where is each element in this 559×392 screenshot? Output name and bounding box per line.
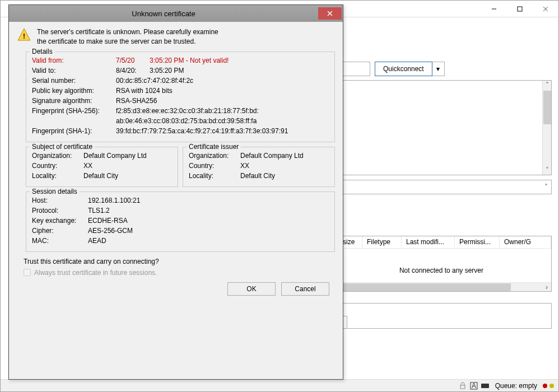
host-value: 192.168.1.100:21	[88, 197, 140, 204]
scroll-right-icon[interactable]: ›	[542, 283, 551, 292]
subject-locality-label: Locality:	[32, 172, 83, 180]
cipher-value: AES-256-GCM	[88, 227, 133, 235]
subject-legend: Subject of certificate	[30, 143, 95, 151]
remote-list-header: ilesize Filetype Last modifi... Permissi…	[332, 236, 551, 249]
always-trust-row[interactable]: Always trust certificate in future sessi…	[24, 269, 335, 277]
fp256-value-b: ab:0e:46:e3:cc:08:03:d2:75:ba:bd:cd:39:5…	[116, 117, 257, 125]
svg-rect-7	[481, 384, 489, 388]
protocol-label: Protocol:	[32, 207, 88, 214]
issuer-locality: Default City	[240, 172, 275, 180]
status-bar: A Queue: empty	[1, 379, 558, 391]
dialog-close-button[interactable]	[318, 7, 342, 20]
valid-to-time: 3:05:20 PM	[150, 67, 184, 74]
dialog-title: Unknown certificate	[9, 10, 318, 18]
quickconnect-button[interactable]: Quickconnect	[375, 62, 432, 76]
svg-text:!: !	[23, 32, 25, 40]
col-lastmod[interactable]: Last modifi...	[402, 236, 455, 248]
kex-label: Key exchange:	[32, 217, 88, 225]
always-trust-label: Always trust certificate in future sessi…	[34, 269, 157, 277]
mac-label: MAC:	[32, 237, 88, 245]
session-group: Session details Host:192.168.1.100:21 Pr…	[26, 192, 335, 252]
svg-rect-4	[460, 385, 465, 389]
scroll-thumb[interactable]	[543, 91, 551, 124]
fp256-label: Fingerprint (SHA-256):	[32, 107, 116, 115]
valid-from-time: 3:05:20 PM - Not yet valid!	[150, 57, 229, 64]
details-legend: Details	[30, 48, 55, 55]
remote-site-combo[interactable]: ˅	[331, 180, 552, 194]
message-log-panel[interactable]: ˄ ˅	[331, 80, 552, 175]
mac-value: AEAD	[88, 237, 106, 245]
valid-from-date: 7/5/20	[116, 57, 150, 64]
scroll-thumb-h[interactable]	[332, 283, 511, 291]
status-dot-red	[543, 384, 547, 388]
sigalg-value: RSA-SHA256	[116, 97, 157, 105]
not-connected-message: Not connected to any server	[332, 249, 551, 274]
subject-locality: Default City	[83, 172, 118, 180]
serial-value: 00:dc:85:c7:47:02:8f:4f:2c	[116, 77, 193, 85]
issuer-legend: Certificate issuer	[187, 143, 241, 151]
valid-from-label: Valid from:	[32, 57, 116, 64]
issuer-locality-label: Locality:	[189, 172, 240, 180]
issuer-country: XX	[240, 162, 249, 170]
subject-org-label: Organization:	[32, 152, 83, 160]
quickconnect-dropdown[interactable]: ▾	[432, 62, 445, 76]
fp1-label: Fingerprint (SHA-1):	[32, 127, 116, 135]
ok-button[interactable]: OK	[227, 282, 276, 296]
subject-org: Default Company Ltd	[83, 152, 147, 160]
valid-to-label: Valid to:	[32, 67, 116, 74]
warning-icon: !	[17, 27, 31, 42]
fp256-value-a: f2:85:d3:e8:ee:ec:32:0c:c0:3f:ab:21:18:7…	[116, 107, 259, 115]
remote-file-list[interactable]: ilesize Filetype Last modifi... Permissi…	[331, 236, 552, 292]
maximize-button[interactable]	[507, 1, 533, 17]
subject-country: XX	[83, 162, 92, 170]
pubkey-label: Public key algorithm:	[32, 87, 116, 95]
sigalg-label: Signature algorithm:	[32, 97, 116, 105]
serial-label: Serial number:	[32, 77, 116, 85]
keyboard-icon[interactable]	[481, 381, 490, 390]
scroll-down-icon[interactable]: ˅	[543, 166, 552, 175]
lock-icon[interactable]	[458, 381, 467, 390]
subject-country-label: Country:	[32, 162, 83, 170]
kex-value: ECDHE-RSA	[88, 217, 128, 225]
session-legend: Session details	[30, 188, 80, 195]
cancel-button[interactable]: Cancel	[281, 282, 329, 296]
host-label: Host:	[32, 197, 88, 204]
queue-panel: s	[331, 303, 552, 329]
scroll-up-icon[interactable]: ˄	[543, 81, 552, 90]
pubkey-value: RSA with 1024 bits	[116, 87, 173, 95]
always-trust-checkbox[interactable]	[24, 269, 31, 276]
issuer-org-label: Organization:	[189, 152, 240, 160]
status-dot-yellow	[549, 384, 554, 388]
col-permissions[interactable]: Permissi...	[455, 236, 500, 248]
col-owner[interactable]: Owner/G	[500, 236, 551, 248]
fp1-value: 39:fd:bc:f7:79:72:5a:ca:4c:f9:27:c4:19:f…	[116, 127, 288, 135]
details-group: Details Valid from: 7/5/20 3:05:20 PM - …	[26, 52, 335, 142]
protocol-value: TLS1.2	[88, 207, 110, 214]
dialog-warning-text: The server's certificate is unknown. Ple…	[37, 27, 218, 47]
chevron-down-icon[interactable]: ˅	[541, 183, 551, 191]
svg-text:A: A	[472, 382, 476, 390]
col-filetype[interactable]: Filetype	[362, 236, 402, 248]
minimize-button[interactable]	[481, 1, 507, 17]
queue-status: Queue: empty	[495, 382, 537, 390]
unknown-certificate-dialog: Unknown certificate ! The server's certi…	[8, 4, 343, 380]
dialog-titlebar: Unknown certificate	[9, 5, 343, 22]
main-close-button[interactable]	[533, 1, 558, 17]
subject-group: Subject of certificate Organization:Defa…	[26, 147, 178, 187]
scrollbar-horizontal[interactable]: ›	[332, 282, 551, 291]
valid-to-date: 8/4/20:	[116, 67, 150, 74]
filter-icon[interactable]: A	[469, 381, 478, 390]
cipher-label: Cipher:	[32, 227, 88, 235]
issuer-org: Default Company Ltd	[240, 152, 304, 160]
trust-prompt: Trust this certificate and carry on conn…	[24, 258, 335, 265]
svg-rect-1	[518, 7, 522, 11]
issuer-group: Certificate issuer Organization:Default …	[183, 147, 335, 187]
issuer-country-label: Country:	[189, 162, 240, 170]
scrollbar-vertical[interactable]: ˄ ˅	[542, 81, 551, 175]
